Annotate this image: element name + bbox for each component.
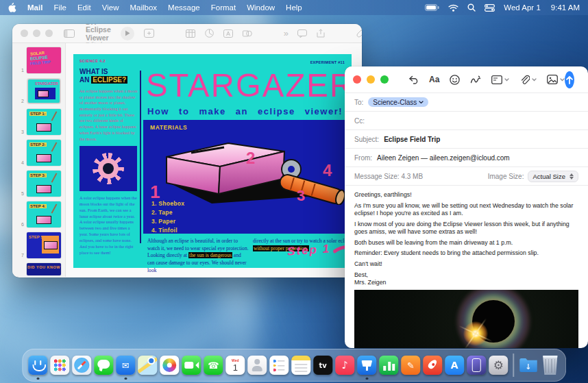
minimize-button[interactable] — [367, 75, 375, 84]
slide-thumbnail-8[interactable]: DID YOU KNOW — [18, 263, 62, 275]
zoom-button[interactable] — [45, 29, 53, 37]
dock-tv[interactable]: tv — [313, 350, 333, 380]
dock-finder[interactable] — [27, 350, 48, 380]
slide-6-preview[interactable]: STEP 4: — [27, 201, 61, 227]
window-controls[interactable] — [353, 75, 389, 84]
markup-scribble-icon[interactable] — [470, 75, 481, 84]
to-field[interactable]: To: Science-Class — [345, 92, 588, 111]
undo-icon[interactable] — [408, 75, 419, 84]
dock-keynote[interactable] — [356, 350, 377, 380]
dock-music[interactable]: ♪ — [334, 350, 355, 380]
dock-numbers[interactable] — [378, 350, 399, 380]
dock-trash[interactable] — [540, 350, 561, 380]
menubar-date[interactable]: Wed Apr 1 — [504, 3, 541, 12]
menu-edit[interactable]: Edit — [77, 3, 91, 12]
menubar-time[interactable]: 9:41 AM — [551, 3, 580, 12]
dock-reminders[interactable] — [269, 350, 289, 380]
spotlight-search-icon[interactable] — [467, 3, 476, 12]
subject-field[interactable]: Subject: Eclipse Field Trip — [345, 129, 588, 148]
menu-mailbox[interactable]: Mailbox — [130, 3, 157, 12]
chart-button[interactable] — [205, 29, 214, 38]
dock-pages[interactable]: ✎ — [400, 350, 421, 380]
dock-safari[interactable] — [71, 350, 92, 380]
dock-iphone-mirroring[interactable] — [466, 350, 487, 380]
menu-app-name[interactable]: Mail — [27, 3, 42, 12]
dock-mail[interactable]: ✉ — [115, 350, 136, 380]
keynote-titlebar[interactable]: DIY Eclipse Viewer Edited — [12, 24, 362, 43]
dock-contacts[interactable] — [247, 350, 267, 380]
dock-facetime[interactable] — [181, 350, 201, 380]
dock-phone[interactable]: ☎ — [203, 350, 223, 380]
send-button[interactable] — [565, 71, 574, 88]
add-slide-button[interactable] — [144, 29, 154, 38]
dock-photos[interactable] — [159, 350, 180, 380]
dock-downloads[interactable]: ↓ — [518, 350, 539, 380]
menu-file[interactable]: File — [53, 3, 66, 12]
battery-icon[interactable] — [425, 4, 439, 11]
comment-button[interactable] — [297, 29, 307, 38]
message-body-editor[interactable]: Greetings, earthlings! As I'm sure you a… — [345, 185, 588, 348]
shape-button[interactable] — [243, 29, 252, 38]
slide-2-preview[interactable]: STARGAZER — [28, 79, 60, 103]
poster-slide[interactable]: SCIENCE 4.2 EXPERIMENT #11 WHAT IS AN EC… — [73, 54, 352, 268]
dock-messages[interactable] — [93, 350, 114, 380]
iphone-mirroring-icon — [467, 356, 486, 375]
apple-menu-icon[interactable] — [8, 3, 16, 12]
dock-notes[interactable] — [291, 350, 311, 380]
menu-format[interactable]: Format — [211, 3, 236, 12]
mini-box-illustration — [42, 236, 59, 254]
sidebar-toggle-icon[interactable] — [64, 29, 75, 38]
slide-thumbnail-1[interactable]: 1 SOLAR ECLIPSE FIELD TRIP — [18, 47, 62, 73]
format-button[interactable]: Aa — [429, 75, 439, 84]
slide-7-preview[interactable]: STEP 5: — [27, 232, 61, 258]
dock-maps[interactable] — [137, 350, 158, 380]
insert-photo-button[interactable] — [547, 75, 565, 84]
window-controls[interactable] — [21, 29, 53, 37]
dock-launchpad[interactable] — [49, 350, 70, 380]
material-item: 4. Tinfoil — [151, 226, 184, 235]
cc-field[interactable]: Cc: — [345, 111, 588, 129]
slide-thumbnail-6[interactable]: 6 STEP 4: — [18, 201, 62, 227]
slide-canvas[interactable]: SCIENCE 4.2 EXPERIMENT #11 WHAT IS AN EC… — [66, 43, 362, 277]
table-button[interactable] — [186, 29, 195, 38]
slide-4-preview[interactable]: STEP 2: — [27, 140, 61, 166]
close-button[interactable] — [353, 75, 361, 84]
slide-5-preview[interactable]: STEP 3: — [27, 171, 61, 197]
slide-thumbnail-3[interactable]: 3 STEP 1: — [18, 109, 62, 135]
wifi-icon[interactable] — [448, 4, 458, 12]
zoom-button[interactable] — [380, 75, 389, 84]
signature: Best, Mrs. Zeigen — [354, 271, 578, 286]
emoji-picker-icon[interactable] — [450, 75, 460, 85]
pages-icon: ✎ — [401, 356, 420, 375]
control-center-icon[interactable] — [485, 4, 495, 12]
menu-view[interactable]: View — [102, 3, 119, 12]
image-size-select[interactable]: Actual Size — [528, 171, 578, 182]
slide-thumbnail-5[interactable]: 5 STEP 3: — [18, 171, 62, 197]
play-button[interactable] — [121, 27, 134, 40]
recipient-token[interactable]: Science-Class — [368, 97, 428, 107]
toolbar-overflow-icon[interactable]: » — [284, 28, 288, 38]
slide-1-preview[interactable]: SOLAR ECLIPSE FIELD TRIP — [27, 47, 61, 73]
from-field[interactable]: From: Aileen Zeigen — aileen.zeigen@iclo… — [345, 148, 588, 166]
svg-text:2: 2 — [246, 149, 255, 167]
header-fields-button[interactable] — [491, 75, 509, 84]
menu-message[interactable]: Message — [168, 3, 200, 12]
dock-schoolwork[interactable] — [422, 350, 443, 380]
slide-thumbnail-2-selected[interactable]: 2 STARGAZER — [18, 78, 62, 104]
slide-thumbnail-4[interactable]: 4 STEP 2: — [18, 140, 62, 166]
slide-3-preview[interactable]: STEP 1: — [27, 109, 61, 135]
menu-help[interactable]: Help — [286, 3, 302, 12]
minimize-button[interactable] — [33, 29, 40, 37]
dock-appstore[interactable]: A — [444, 350, 465, 380]
slide-thumbnail-7[interactable]: 7 STEP 5: — [18, 232, 62, 258]
share-button[interactable] — [317, 29, 325, 38]
menu-window[interactable]: Window — [247, 3, 275, 12]
slide-8-preview[interactable]: DID YOU KNOW — [27, 263, 61, 275]
attach-file-button[interactable] — [519, 75, 537, 85]
eclipse-photo-attachment[interactable] — [354, 290, 578, 348]
dock-calendar[interactable]: Wed1 — [225, 350, 245, 380]
text-button[interactable] — [223, 29, 233, 38]
format-brush-button[interactable] — [356, 29, 362, 38]
close-button[interactable] — [21, 29, 28, 37]
dock-settings[interactable]: ⚙ — [488, 350, 509, 380]
